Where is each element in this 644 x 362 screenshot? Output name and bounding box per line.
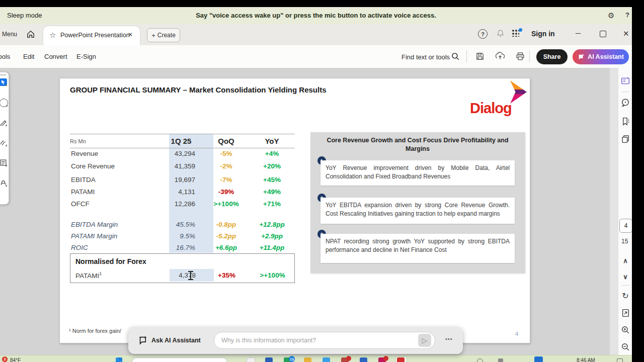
save-icon[interactable]: [475, 52, 485, 61]
sign-in-button[interactable]: Sign in: [531, 30, 555, 38]
quick-tools-panel: [0, 72, 9, 205]
taskbar: 3 84°F 13 8:46 AM: [0, 355, 632, 362]
taskbar-app-2[interactable]: [265, 357, 273, 362]
ask-ai-assistant-bar: Ask AI Assistant ▷ •••: [128, 327, 463, 354]
help-icon[interactable]: ?: [625, 11, 629, 19]
col-yoy: YoY: [249, 137, 295, 145]
select-tool-active[interactable]: [0, 78, 7, 86]
menu-button[interactable]: Menu: [2, 31, 17, 38]
apps-grid-icon[interactable]: [512, 30, 519, 37]
rotate-icon[interactable]: ↻: [620, 290, 631, 301]
create-button[interactable]: + Create: [147, 28, 180, 42]
tray-icon-1[interactable]: [477, 358, 483, 362]
zoom-out-icon[interactable]: [620, 341, 631, 352]
dialog-logo-chevron-icon: [510, 80, 527, 104]
ai-assistant-button[interactable]: AI Assistant: [573, 49, 629, 64]
table-row: EBITDA 19,697 -7% +45%: [70, 173, 295, 186]
panel-title: Core Revenue Growth and Cost Focus Drive…: [320, 136, 515, 153]
bell-icon[interactable]: [496, 29, 505, 38]
divider: [621, 92, 629, 92]
app-toolbar: Tools Edit Convert E-Sign Find text or t…: [0, 45, 632, 68]
help-circle-icon[interactable]: ?: [478, 29, 488, 39]
voice-access-bar: Sleep mode Say "voice access wake up" or…: [0, 7, 632, 25]
table-row: OFCF 12,286 >+100% +71%: [70, 198, 295, 210]
tab-title: PowerPoint Presentation: [60, 32, 130, 39]
document-area: GROUP FINANCIAL SUMMARY – Market Consoli…: [0, 68, 632, 355]
find-label[interactable]: Find text or tools: [401, 53, 450, 61]
close-icon[interactable]: ✕: [623, 29, 629, 38]
ai-chat-icon: [578, 53, 585, 60]
edit-menu[interactable]: Edit: [23, 53, 34, 60]
tray-icon-3[interactable]: [617, 358, 623, 362]
taskbar-app-7[interactable]: [360, 357, 367, 362]
send-icon[interactable]: ▷: [418, 334, 431, 347]
more-options-icon[interactable]: •••: [445, 336, 453, 342]
slide-title: GROUP FINANCIAL SUMMARY – Market Consoli…: [70, 85, 327, 94]
tool-icon-1[interactable]: [0, 99, 8, 107]
tab-powerpoint-presentation[interactable]: ☆ PowerPoint Presentation ✕: [43, 26, 140, 45]
tools-menu[interactable]: Tools: [0, 53, 10, 60]
ai-summary-icon[interactable]: [620, 75, 631, 86]
restore-icon[interactable]: [600, 31, 606, 37]
esign-menu[interactable]: E-Sign: [76, 53, 96, 60]
divider: [466, 50, 467, 62]
dialog-logo: Dialog: [470, 82, 529, 117]
divider: [621, 285, 629, 286]
voice-access-message: Say "voice access wake up" or press the …: [0, 12, 632, 19]
scrollbar-track[interactable]: [610, 68, 618, 355]
text-cursor: [190, 272, 191, 279]
right-sidebar: 4 15 ∧ ∨ ↻: [618, 68, 632, 355]
search-icon[interactable]: [451, 52, 460, 61]
tool-icon-4[interactable]: [0, 159, 7, 166]
fit-page-icon[interactable]: [620, 307, 631, 318]
pages-icon[interactable]: [620, 133, 631, 144]
drag-handle[interactable]: [0, 74, 7, 75]
slide-page-number: 4: [515, 331, 518, 337]
weather-widget[interactable]: 84°F: [10, 357, 21, 362]
gear-icon[interactable]: ⚙: [608, 11, 614, 20]
ask-ai-input[interactable]: [214, 332, 435, 349]
tool-icon-3[interactable]: [0, 139, 7, 146]
taskbar-app-1[interactable]: [247, 357, 255, 362]
taskbar-app-4[interactable]: [304, 357, 311, 362]
zoom-in-icon[interactable]: [620, 324, 631, 335]
page-down-icon[interactable]: ∨: [620, 271, 631, 282]
page-number-input[interactable]: 4: [619, 219, 632, 233]
panel-item-1: YoY Revenue improvement driven by Mobile…: [320, 160, 515, 186]
taskbar-app-5[interactable]: [323, 357, 330, 362]
home-icon[interactable]: [26, 30, 35, 39]
print-icon[interactable]: [516, 52, 525, 61]
share-button[interactable]: Share: [536, 49, 568, 64]
tool-icon-5[interactable]: [0, 179, 7, 187]
table-row-margin: PATAMI Margin 9.5% -5.2pp +2.9pp: [70, 230, 295, 242]
taskbar-search-input[interactable]: [132, 357, 227, 362]
comment-icon[interactable]: [620, 97, 631, 108]
minimize-icon[interactable]: ─: [576, 29, 581, 37]
bookmark-icon[interactable]: [620, 116, 631, 127]
star-icon[interactable]: ☆: [49, 31, 56, 40]
col-1q25: 1Q 25: [159, 137, 203, 145]
taskbar-app-acrobat-active[interactable]: [397, 357, 405, 362]
tool-icon-2[interactable]: [0, 119, 7, 126]
windows-start-icon[interactable]: [116, 357, 122, 362]
close-tab-icon[interactable]: ✕: [128, 31, 133, 38]
panel-item-2: YoY EBITDA expansion driven by strong Co…: [320, 198, 515, 224]
letterbox-right: [632, 0, 644, 362]
page-total: 15: [621, 238, 628, 245]
taskbar-badge-13: 13: [289, 356, 295, 362]
table-header-row: Rs Mn 1Q 25 QoQ YoY: [70, 134, 295, 148]
upload-icon[interactable]: [496, 52, 505, 61]
plus-icon: +: [151, 32, 155, 39]
page-up-icon[interactable]: ∧: [620, 255, 631, 266]
text-cursor-bottom: [188, 279, 193, 280]
taskbar-clock[interactable]: 8:46 AM: [577, 357, 595, 362]
table-row: Revenue 43,294 -5% +4%: [70, 147, 295, 160]
dialog-logo-text: Dialog: [470, 100, 512, 117]
convert-menu[interactable]: Convert: [44, 53, 67, 60]
table-row-margin: EBITDA Margin 45.5% -0.8pp +12.8pp: [70, 219, 295, 230]
table-unit: Rs Mn: [70, 138, 159, 144]
tray-icon-2[interactable]: [498, 358, 503, 362]
ai-chat-icon: [138, 335, 148, 345]
text-cursor-top: [188, 271, 193, 272]
tray-teams-icon[interactable]: [534, 356, 543, 362]
